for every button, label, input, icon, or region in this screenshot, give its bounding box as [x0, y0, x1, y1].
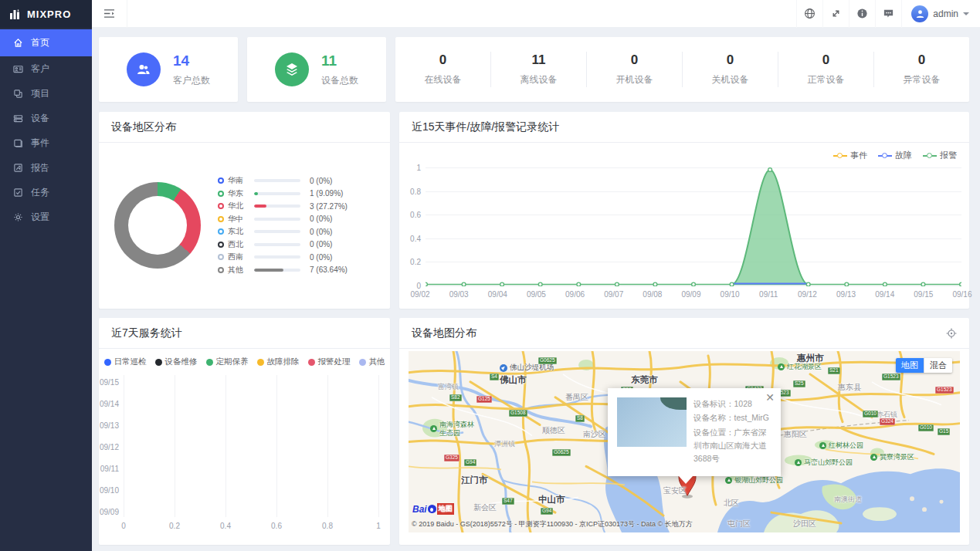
layers-icon [275, 52, 309, 86]
map-label-town: 潭洲镇 [494, 439, 515, 449]
dashboard-app: MIXPRO 首页 客户 项目 设备 事件 [0, 0, 980, 551]
legend-item[interactable]: 报警处理 [308, 357, 351, 367]
legend-item[interactable]: 事件 [833, 150, 867, 161]
dashboard-content: 14 客户总数 11 设备总数 0在线设备 11离线设备 0 [92, 28, 980, 551]
airport-icon [500, 364, 507, 372]
fullscreen-icon[interactable] [822, 0, 849, 28]
user-menu[interactable]: admin [901, 0, 980, 28]
legend-item[interactable]: 报警 [923, 150, 957, 161]
legend-item[interactable]: 定期保养 [206, 357, 249, 367]
sidebar-item-tasks[interactable]: 任务 [0, 180, 92, 205]
device-thumbnail [617, 397, 687, 447]
legend-item[interactable]: 其他 [359, 357, 385, 367]
map-label-town: 富湾镇 [438, 382, 459, 392]
map-attribution: © 2019 Baidu - GS(2018)5572号 - 甲测资字11009… [412, 519, 693, 529]
status-offline: 11离线设备 [491, 52, 587, 87]
map-label-park: 红花湖景区 [778, 362, 822, 372]
park-icon [819, 442, 826, 449]
sidebar-item-devices[interactable]: 设备 [0, 106, 92, 130]
road-badge: G325 [444, 455, 459, 461]
legend-item[interactable]: 日常巡检 [104, 357, 147, 367]
ring-marker [218, 177, 224, 184]
events-line-chart: 事件 故障 报警 1 0.8 0.6 0.4 [399, 143, 969, 308]
projects-icon [13, 89, 23, 99]
road-badge: S82 [449, 394, 462, 401]
charts-row-2: 近7天服务统计 日常巡检 设备维修 定期保养 故障排除 报警处理 其他 [99, 318, 969, 545]
region-card-title: 设备地区分布 [99, 112, 390, 143]
popup-tail [679, 476, 693, 484]
sidebar-item-home[interactable]: 首页 [0, 29, 92, 56]
sidebar-item-settings[interactable]: 设置 [0, 205, 92, 229]
ring-marker [218, 216, 224, 222]
map-label-district: 北区 [724, 498, 739, 509]
sidebar-item-label: 客户 [31, 63, 49, 76]
y-tick: 0.6 [399, 211, 421, 219]
username: admin [933, 8, 958, 19]
events-legend: 事件 故障 报警 [833, 150, 957, 161]
map-label-district: 屯门区 [727, 519, 751, 529]
status-abnormal: 0异常设备 [874, 52, 969, 87]
service-statistics-card: 近7天服务统计 日常巡检 设备维修 定期保养 故障排除 报警处理 其他 [99, 318, 390, 545]
settings-icon [13, 212, 23, 222]
ring-marker [218, 228, 224, 235]
top-header: admin [92, 0, 980, 28]
close-icon[interactable]: ✕ [765, 392, 775, 403]
legend-item[interactable]: 故障排除 [257, 357, 300, 367]
info-icon[interactable] [849, 0, 875, 28]
sidebar-item-reports[interactable]: 报告 [0, 155, 92, 180]
tasks-icon [13, 188, 23, 198]
device-info-rows: 设备标识：1028 设备名称：test_MirG 设备位置：广东省深圳市南山区南… [693, 397, 773, 468]
header-actions: admin [796, 0, 980, 28]
road-badge: G1523 [882, 374, 900, 380]
park-icon [795, 459, 802, 466]
service-bar-chart: 日常巡检 设备维修 定期保养 故障排除 报警处理 其他 [99, 349, 390, 544]
road-badge: G010 [863, 411, 878, 417]
legend-row: 华南0 (0%) [218, 174, 379, 188]
map-type-map-button[interactable]: 地图 [896, 358, 924, 373]
baidu-paw-icon [428, 505, 436, 513]
menu-fold-icon[interactable] [92, 0, 127, 28]
customers-icon [127, 52, 161, 86]
sidebar-item-events[interactable]: 事件 [0, 130, 92, 155]
map-label-park: 巽寮湾景区 [870, 452, 914, 462]
legend-item[interactable]: 设备维修 [155, 357, 198, 367]
sidebar-item-label: 事件 [31, 137, 49, 150]
locate-icon[interactable] [946, 328, 957, 339]
x-axis-labels: 09/0209/0309/0409/0509/0609/0709/0809/09… [407, 290, 975, 299]
sidebar-item-projects[interactable]: 项目 [0, 81, 92, 106]
y-category: 09/10 [99, 486, 119, 495]
park-icon [725, 477, 732, 484]
map-label-district: 惠东县 [838, 382, 861, 393]
road-badge: G0625 [552, 449, 571, 456]
baidu-map-canvas[interactable]: 佛山市 东莞市 惠州市 中山市 江门市 佛山沙堤机场 富湾镇 番禺区 顺德区 南… [409, 351, 960, 532]
customers-total-label: 客户总数 [173, 74, 210, 87]
road-badge: G94 [464, 459, 476, 466]
legend-row: 华中0 (0%) [218, 213, 379, 226]
y-tick: 0.4 [399, 235, 421, 243]
ring-marker [218, 191, 224, 197]
road-badge: S25 [793, 380, 805, 387]
message-icon[interactable] [875, 0, 901, 28]
events-icon [13, 138, 23, 148]
service-legend: 日常巡检 设备维修 定期保养 故障排除 报警处理 其他 [99, 357, 390, 367]
map-label-city: 中山市 [538, 494, 565, 505]
legend-row: 东北0 (0%) [218, 225, 379, 238]
language-globe-icon[interactable] [796, 0, 822, 28]
device-map-card: 设备地图分布 [399, 318, 969, 545]
road-badge: G125 [476, 396, 492, 403]
y-tick: 0 [399, 282, 421, 290]
sidebar-item-customers[interactable]: 客户 [0, 56, 92, 81]
map-label-district: 新会区 [473, 502, 497, 513]
customers-total-card: 14 客户总数 [99, 37, 238, 102]
legend-row: 西北0 (0%) [218, 238, 379, 252]
map-label-district: 沙田区 [793, 519, 816, 529]
map-label-city: 佛山市 [500, 374, 527, 386]
road-badge: S4 [490, 374, 499, 380]
road-badge: G010 [918, 424, 934, 431]
main-area: admin 14 客户总数 [92, 0, 980, 551]
map-label-park: 红树林公园 [819, 441, 863, 451]
map-label-airport: 佛山沙堤机场 [500, 363, 554, 373]
map-label-park: 银湖山郊野公园 [725, 475, 783, 485]
map-type-hybrid-button[interactable]: 混合 [924, 358, 952, 373]
legend-item[interactable]: 故障 [878, 150, 912, 161]
